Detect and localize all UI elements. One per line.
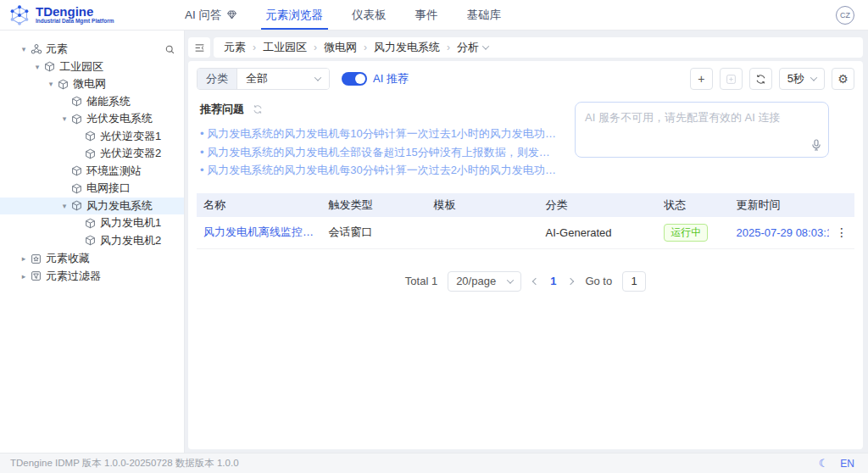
table-row: 风力发电机离线监控19042806... 会话窗口 AI-Generated 运… xyxy=(197,217,854,249)
breadcrumb-separator: › xyxy=(253,42,256,53)
breadcrumb-separator: › xyxy=(447,42,450,53)
tdengine-logo[interactable]: TDengine Industrial Data Mgmt Platform xyxy=(0,0,185,30)
cube-icon xyxy=(71,183,86,194)
caret-down-icon[interactable]: ▾ xyxy=(58,202,71,210)
tree-item-elements-root[interactable]: ▾ 元素 xyxy=(0,41,184,58)
add-button[interactable]: + xyxy=(690,68,713,90)
cube-icon xyxy=(44,61,59,72)
breadcrumb-item-microgrid[interactable]: 微电网 xyxy=(324,40,357,55)
logo-title: TDengine xyxy=(36,5,114,18)
analysis-panel: 分类 全部 AI 推荐 + xyxy=(188,61,863,449)
breadcrumb-separator: › xyxy=(364,42,367,53)
cell-trigger-type: 会话窗口 xyxy=(321,218,426,247)
nav-item-element-browser[interactable]: 元素浏览器 xyxy=(266,0,324,30)
cube-icon xyxy=(85,235,100,246)
cube-icon xyxy=(85,131,100,142)
user-avatar[interactable]: CZ xyxy=(836,6,854,25)
col-header-updated: 更新时间 xyxy=(730,193,834,217)
tree-item-microgrid[interactable]: ▾ 微电网 xyxy=(0,75,184,93)
col-header-trigger-type: 触发类型 xyxy=(321,193,426,217)
ai-recommend-toggle[interactable] xyxy=(342,72,367,86)
category-select-value: 全部 xyxy=(246,71,268,86)
language-toggle[interactable]: EN xyxy=(840,458,854,470)
page-size-select[interactable]: 20/page xyxy=(448,271,521,292)
tree-item-element-favorites[interactable]: ▸ 元素收藏 xyxy=(0,250,184,268)
refresh-icon xyxy=(755,74,766,85)
breadcrumb-item-wind-power-system[interactable]: 风力发电系统 xyxy=(374,40,440,55)
search-icon[interactable] xyxy=(164,44,175,55)
tree-item-industrial-park[interactable]: ▾ 工业园区 xyxy=(0,58,184,76)
app-window: TDengine Industrial Data Mgmt Platform A… xyxy=(0,0,868,473)
tree-item-pv-system[interactable]: ▾ 光伏发电系统 xyxy=(0,110,184,128)
collapse-sidebar-button[interactable] xyxy=(188,37,210,58)
favorites-icon xyxy=(31,253,46,264)
logo-subtitle: Industrial Data Mgmt Platform xyxy=(36,18,114,25)
col-header-template: 模板 xyxy=(427,193,539,217)
tdengine-logo-icon xyxy=(8,4,31,26)
caret-down-icon[interactable]: ▾ xyxy=(44,80,58,88)
tree-item-wind-turbine-2[interactable]: 风力发电机2 xyxy=(0,232,184,250)
content-area: 元素 › 工业园区 › 微电网 › 风力发电系统 › 分析 xyxy=(185,31,868,453)
category-select-label: 分类 xyxy=(198,69,237,89)
caret-down-icon[interactable]: ▾ xyxy=(58,114,71,123)
suggested-question[interactable]: 风力发电系统的风力发电机每30分钟计算一次过去2小时的风力发电功率平均值，常规告… xyxy=(200,161,559,180)
ai-recommend-label: AI 推荐 xyxy=(373,71,409,86)
tree-item-energy-storage[interactable]: 储能系统 xyxy=(0,93,184,111)
top-bar: TDengine Industrial Data Mgmt Platform A… xyxy=(0,0,868,31)
goto-page-input[interactable] xyxy=(622,271,646,292)
caret-down-icon[interactable]: ▾ xyxy=(31,63,44,71)
page-size-value: 20/page xyxy=(456,275,496,287)
analysis-name-link[interactable]: 风力发电机离线监控19042806... xyxy=(203,225,314,240)
page-number-1[interactable]: 1 xyxy=(550,275,556,287)
caret-down-icon[interactable]: ▾ xyxy=(17,45,31,53)
recommended-questions-title: 推荐问题 xyxy=(200,102,244,117)
caret-right-icon[interactable]: ▸ xyxy=(17,272,31,281)
tree-item-grid-interface[interactable]: 电网接口 xyxy=(0,180,184,198)
tree-item-pv-inverter-1[interactable]: 光伏逆变器1 xyxy=(0,128,184,146)
ai-question-inputbox xyxy=(575,102,829,158)
nav-item-events[interactable]: 事件 xyxy=(415,0,438,30)
chevron-left-icon xyxy=(532,277,539,284)
save-button[interactable] xyxy=(720,68,743,90)
breadcrumb-item-elements[interactable]: 元素 xyxy=(224,40,246,55)
gear-icon: ⚙ xyxy=(837,73,849,85)
refresh-interval-select[interactable]: 5秒 xyxy=(779,68,825,90)
tree-item-env-station[interactable]: 环境监测站 xyxy=(0,163,184,181)
gem-icon xyxy=(226,9,237,20)
pagination-total: Total 1 xyxy=(405,275,437,287)
tree-item-element-filters[interactable]: ▸ 元素过滤器 xyxy=(0,268,184,286)
row-more-menu-icon[interactable]: ⋮ xyxy=(836,225,848,239)
cell-category: AI-Generated xyxy=(539,220,658,246)
tree-item-wind-power-system[interactable]: ▾ 风力发电系统 xyxy=(0,198,184,215)
nav-item-base-library[interactable]: 基础库 xyxy=(467,0,502,30)
refresh-button[interactable] xyxy=(749,68,772,90)
chevron-down-icon xyxy=(507,276,514,283)
breadcrumb-item-industrial-park[interactable]: 工业园区 xyxy=(263,40,307,55)
chevron-right-icon xyxy=(567,277,574,284)
tree-item-wind-turbine-1[interactable]: 风力发电机1 xyxy=(0,214,184,232)
suggested-question[interactable]: 风力发电系统的风力发电机全部设备超过15分钟没有上报数据，则发出严重报警,取出最… xyxy=(200,143,559,162)
suggested-question[interactable]: 风力发电系统的风力发电机每10分钟计算一次过去1小时的风力发电功率最大值，次要告… xyxy=(200,125,559,143)
caret-right-icon[interactable]: ▸ xyxy=(17,254,31,263)
col-header-name: 名称 xyxy=(197,193,321,217)
nav-item-ai-chat[interactable]: AI 问答 xyxy=(185,0,237,30)
chevron-down-icon xyxy=(810,74,817,81)
moon-icon[interactable]: ☾ xyxy=(819,457,829,470)
tree-item-pv-inverter-2[interactable]: 光伏逆变器2 xyxy=(0,145,184,163)
cube-icon xyxy=(71,200,86,211)
table-header-row: 名称 触发类型 模板 分类 状态 更新时间 xyxy=(197,193,854,217)
nav-item-dashboard[interactable]: 仪表板 xyxy=(352,0,387,30)
breadcrumb-current-analysis[interactable]: 分析 xyxy=(457,40,488,55)
category-select[interactable]: 分类 全部 xyxy=(197,68,330,90)
chevron-down-icon xyxy=(314,74,321,81)
breadcrumb: 元素 › 工业园区 › 微电网 › 风力发电系统 › 分析 xyxy=(214,37,863,58)
cube-icon xyxy=(58,79,73,90)
prev-page-button[interactable] xyxy=(531,279,540,284)
chevron-down-icon xyxy=(482,42,489,49)
settings-button[interactable]: ⚙ xyxy=(832,68,854,90)
mic-icon[interactable] xyxy=(811,139,821,151)
next-page-button[interactable] xyxy=(566,279,575,284)
version-text: TDengine IDMP 版本 1.0.0-20250728 数据版本 1.0… xyxy=(10,457,239,470)
ai-question-input[interactable] xyxy=(576,103,828,157)
refresh-suggestions-icon[interactable] xyxy=(253,104,263,114)
